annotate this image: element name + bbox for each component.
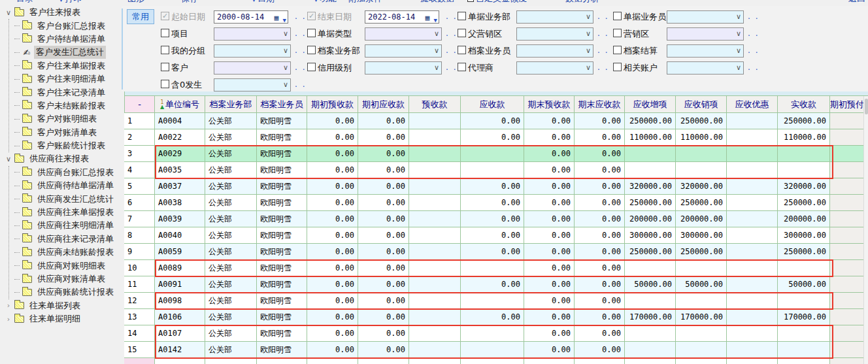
cell-期初预付款[interactable] bbox=[830, 162, 868, 178]
filter-select-我的分组[interactable]: ∨ bbox=[214, 44, 291, 58]
cell-应收款[interactable]: 0.00 bbox=[461, 129, 524, 146]
cell-实收款[interactable] bbox=[778, 260, 830, 276]
cell-档案业务员[interactable]: 欧阳明雪 bbox=[257, 325, 307, 342]
cell-应收增项[interactable] bbox=[625, 260, 676, 276]
filter-select-档案业务员[interactable]: ∨ bbox=[516, 44, 593, 58]
column-header-应收款[interactable]: 应收款 bbox=[461, 96, 524, 113]
cell-档案业务员[interactable]: 欧阳明雪 bbox=[257, 276, 307, 293]
filter-checkbox-含0发生[interactable] bbox=[161, 80, 169, 88]
tree-leaf-供应商发生汇总统计[interactable]: 供应商发生汇总统计 bbox=[9, 192, 122, 205]
cell-档案业务部[interactable]: 公关部 bbox=[205, 113, 257, 129]
cell-应收销项[interactable]: 250000.00 bbox=[676, 195, 727, 211]
cell-期末应收款[interactable]: 0.00 bbox=[575, 276, 625, 293]
more-options-档案结算[interactable]: . . bbox=[748, 46, 759, 55]
cell-档案业务员[interactable]: 欧阳明雪 bbox=[257, 244, 307, 260]
more-options-档案业务部[interactable]: . . bbox=[446, 46, 457, 55]
cell-档案业务部[interactable]: 公关部 bbox=[205, 293, 257, 309]
cell-期末预收款[interactable]: 0.00 bbox=[524, 146, 575, 162]
cell-档案业务部[interactable]: 公关部 bbox=[205, 325, 257, 342]
chevron-down-icon[interactable]: ∨ bbox=[586, 63, 591, 72]
column-header--[interactable]: - bbox=[124, 96, 155, 113]
date-input-起始日期[interactable]: 2000-08-14▦▼ bbox=[214, 10, 288, 24]
toolbar-item-1[interactable]: 目录 bbox=[16, 0, 33, 5]
cell-实收款[interactable]: 170000.00 bbox=[778, 309, 830, 325]
cell-应收款[interactable] bbox=[461, 260, 524, 276]
tree-leaf-客户未结账龄报表[interactable]: 客户未结账龄报表 bbox=[9, 99, 122, 112]
cell-期末应收款[interactable]: 0.00 bbox=[575, 129, 625, 146]
column-header-单位编号[interactable]: 1▲单位编号 bbox=[155, 96, 205, 113]
cell-期初预付款[interactable] bbox=[830, 227, 868, 244]
cell-实收款[interactable]: 250000.00 bbox=[778, 244, 830, 260]
cell-应收款[interactable]: 0.00 bbox=[461, 178, 524, 195]
cell-期初预收款[interactable]: 0.00 bbox=[307, 244, 358, 260]
cell-预收款[interactable] bbox=[409, 244, 461, 260]
filter-select-父营销区[interactable]: ∨ bbox=[516, 27, 593, 41]
cell-档案业务部[interactable]: 公关部 bbox=[205, 146, 257, 162]
cell-期初预收款[interactable]: 0.00 bbox=[307, 276, 358, 293]
cell-应收增项[interactable]: 200000.00 bbox=[625, 211, 676, 227]
cell-期初应收款[interactable]: 0.00 bbox=[358, 260, 409, 276]
cell-档案业务员[interactable]: 欧阳明雪 bbox=[257, 129, 307, 146]
cell-应收销项[interactable] bbox=[676, 293, 727, 309]
row-number-cell[interactable]: 12 bbox=[124, 293, 155, 309]
cell-应收款[interactable] bbox=[461, 293, 524, 309]
cell-期末预收款[interactable]: 0.00 bbox=[524, 276, 575, 293]
cell-期初预收款[interactable]: 0.00 bbox=[307, 293, 358, 309]
cell-应收优惠[interactable] bbox=[727, 195, 778, 211]
cell-期末预收款[interactable]: 0.00 bbox=[524, 244, 575, 260]
cell-实收款[interactable]: 200000.00 bbox=[778, 211, 830, 227]
row-number-cell[interactable]: 1 bbox=[124, 113, 155, 129]
vertical-scrollbar[interactable] bbox=[863, 96, 868, 364]
filter-checkbox-单据业务员[interactable] bbox=[613, 12, 622, 20]
cell-应收销项[interactable]: 300000.00 bbox=[676, 227, 727, 244]
cell-期初应收款[interactable]: 0.00 bbox=[358, 129, 409, 146]
cell-应收优惠[interactable] bbox=[727, 276, 778, 293]
cell-应收增项[interactable]: 50000.00 bbox=[625, 276, 676, 293]
more-options-父营销区[interactable]: . . bbox=[597, 29, 609, 38]
filter-checkbox-父营销区[interactable] bbox=[458, 29, 466, 37]
tree-leaf-供应商账龄统计报表[interactable]: 供应商账龄统计报表 bbox=[9, 286, 122, 299]
cell-实收款[interactable]: 250000.00 bbox=[778, 195, 830, 211]
column-header-期初预收款[interactable]: 期初预收款 bbox=[307, 96, 358, 113]
cell-实收款[interactable]: 250000.00 bbox=[778, 113, 830, 129]
cell-期初预付款[interactable] bbox=[830, 195, 868, 211]
cell-期末预收款[interactable]: 0.00 bbox=[524, 325, 575, 342]
chevron-down-icon[interactable]: ∨ bbox=[283, 46, 288, 55]
cell-应收优惠[interactable] bbox=[727, 129, 778, 146]
tab-common-filters[interactable]: 常用 bbox=[127, 9, 154, 24]
cell-应收优惠[interactable] bbox=[727, 293, 778, 309]
chevron-right-icon[interactable]: › bbox=[4, 301, 13, 310]
cell-档案业务部[interactable]: 公关部 bbox=[205, 244, 257, 260]
cell-预收款[interactable] bbox=[409, 309, 461, 325]
cell-期末预收款[interactable]: 0.00 bbox=[524, 129, 575, 146]
cell-期初应收款[interactable]: 0.00 bbox=[358, 178, 409, 195]
filter-select-营销区[interactable]: ∨ bbox=[667, 27, 744, 41]
filter-checkbox-项目[interactable] bbox=[161, 29, 169, 37]
row-number-cell[interactable]: 11 bbox=[124, 276, 155, 293]
cell-单位编号[interactable]: A0107 bbox=[155, 325, 205, 342]
column-header-档案业务部[interactable]: 档案业务部 bbox=[205, 96, 257, 113]
filter-select-客户[interactable]: ∨ bbox=[214, 61, 291, 74]
cell-应收款[interactable]: 0.00 bbox=[461, 113, 524, 129]
more-options-相关账户[interactable]: . . bbox=[748, 63, 759, 72]
column-header-期初预付款[interactable]: 期初预付款 bbox=[830, 96, 868, 113]
cell-单位编号[interactable]: A0106 bbox=[155, 309, 205, 325]
chevron-down-icon[interactable]: ∨ bbox=[736, 63, 741, 72]
column-header-预收款[interactable]: 预收款 bbox=[409, 96, 461, 113]
filter-checkbox-信用级别[interactable] bbox=[307, 63, 316, 71]
filter-select-含0发生[interactable]: ∨ bbox=[214, 78, 291, 91]
cell-应收优惠[interactable] bbox=[727, 178, 778, 195]
cell-预收款[interactable] bbox=[409, 260, 461, 276]
column-header-应收销项[interactable]: 应收销项 bbox=[676, 96, 727, 113]
cell-单位编号[interactable]: A0004 bbox=[155, 113, 205, 129]
cell-期末应收款[interactable]: 0.00 bbox=[575, 244, 625, 260]
cell-预收款[interactable] bbox=[409, 178, 461, 195]
cell-期初预付款[interactable] bbox=[830, 211, 868, 227]
cell-预收款[interactable] bbox=[409, 162, 461, 178]
cell-应收优惠[interactable] bbox=[727, 342, 778, 358]
cell-档案业务员[interactable]: 欧阳明雪 bbox=[257, 293, 307, 309]
cell-应收优惠[interactable] bbox=[727, 162, 778, 178]
cell-期初预收款[interactable]: 0.00 bbox=[307, 113, 358, 129]
filter-select-档案结算[interactable]: ∨ bbox=[667, 44, 744, 58]
cell-预收款[interactable] bbox=[409, 195, 461, 211]
